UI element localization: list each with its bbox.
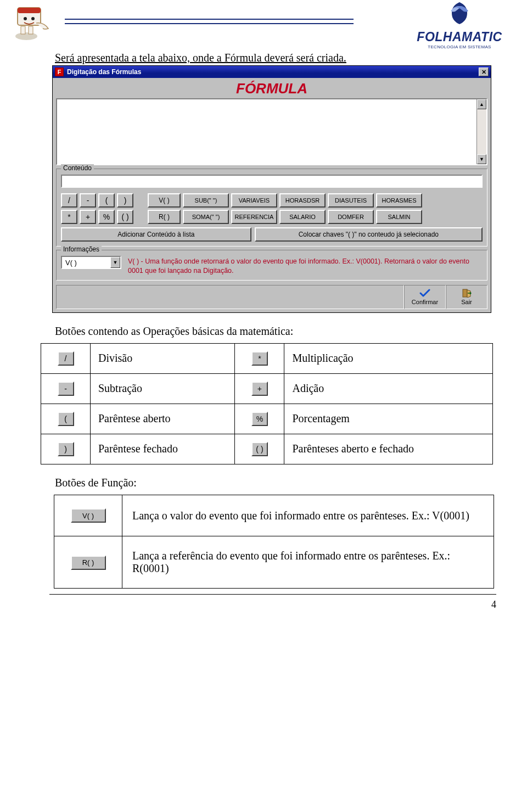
fn-sub-button[interactable]: SUB(" ") <box>183 193 229 208</box>
explain-paren-close-label: Parêntese fechado <box>91 434 235 464</box>
scroll-track[interactable] <box>477 109 486 154</box>
explain-r-desc: Lança a referência do evento que foi inf… <box>122 536 494 589</box>
conteudo-label: Conteúdo <box>61 164 94 172</box>
fn-horasdsr-button[interactable]: HORASDSR <box>279 193 326 208</box>
explain-minus-label: Subtração <box>91 373 235 404</box>
op-minus-button[interactable]: - <box>80 193 96 208</box>
check-icon <box>419 288 430 298</box>
scroll-up-icon[interactable]: ▲ <box>477 99 486 109</box>
colocar-chaves-button[interactable]: Colocar chaves "( )" no conteudo já sele… <box>255 227 483 242</box>
explain-minus-icon: - <box>58 382 74 396</box>
op-percent-button[interactable]: % <box>98 210 115 224</box>
fn-referencia-button[interactable]: REFERENCIA <box>231 210 277 224</box>
explain-parens-both-icon: ( ) <box>251 442 268 456</box>
explain-plus-icon: + <box>251 382 268 396</box>
svg-rect-1 <box>18 8 41 13</box>
svg-rect-7 <box>463 289 467 297</box>
explain-parens-both-label: Parênteses aberto e fechado <box>284 434 493 464</box>
header-rules <box>65 19 354 26</box>
close-icon[interactable]: ✕ <box>479 68 489 76</box>
confirm-button[interactable]: Confirmar <box>404 285 446 309</box>
op-parens-button[interactable]: ( ) <box>117 210 133 224</box>
svg-rect-5 <box>21 26 25 34</box>
explain-divide-label: Divisão <box>91 343 235 373</box>
intro-text: Será apresentada a tela abaixo, onde a F… <box>55 52 527 64</box>
scroll-down-icon[interactable]: ▼ <box>477 154 486 164</box>
app-icon: F <box>55 68 64 76</box>
svg-rect-6 <box>29 26 33 34</box>
informacoes-label: Informações <box>61 245 102 253</box>
fn-variaveis-button[interactable]: VARIAVEIS <box>231 193 277 208</box>
formula-dialog: F Digitação das Fórmulas ✕ FÓRMULA ▲ ▼ C… <box>52 65 491 313</box>
op-paren-open-button[interactable]: ( <box>98 193 115 208</box>
explain-v-desc: Lança o valor do evento que foi informad… <box>122 495 494 536</box>
op-divide-button[interactable]: / <box>61 193 77 208</box>
formula-header: FÓRMULA <box>53 78 491 97</box>
fn-table: V( ) Lança o valor do evento que foi inf… <box>54 495 494 589</box>
explain-mult-label: Multiplicação <box>284 343 493 373</box>
explain-paren-open-label: Parêntese aberto <box>91 404 235 434</box>
explain-v-button-icon: V( ) <box>71 508 106 523</box>
chevron-down-icon[interactable]: ▼ <box>110 257 120 268</box>
page-number: 4 <box>0 595 527 611</box>
brand-name: FOLHAMATIC <box>407 30 512 44</box>
explain-paren-open-icon: ( <box>58 412 74 426</box>
explain-r-button-icon: R( ) <box>71 556 106 570</box>
mascot-icon <box>11 4 54 43</box>
svg-point-4 <box>15 32 37 40</box>
exit-icon <box>461 288 472 298</box>
exit-button[interactable]: Sair <box>446 285 487 309</box>
dialog-footer: Confirmar Sair <box>53 283 491 312</box>
titlebar: F Digitação das Fórmulas ✕ <box>53 66 491 78</box>
brand-logo-icon <box>407 1 512 31</box>
exit-label: Sair <box>461 299 472 305</box>
confirm-label: Confirmar <box>412 299 438 305</box>
svg-point-2 <box>24 17 27 20</box>
fn-salario-button[interactable]: SALARIO <box>279 210 326 224</box>
page-header: FOLHAMATIC TECNOLOGIA EM SISTEMAS <box>0 0 527 49</box>
fn-r-button[interactable]: R( ) <box>148 210 181 224</box>
fn-soma-button[interactable]: SOMA(" ") <box>183 210 229 224</box>
formula-list[interactable]: ▲ ▼ <box>56 98 487 165</box>
explain-divide-icon: / <box>58 351 74 366</box>
informacoes-group: Informações V( ) ▼ V( ) - Uma função ond… <box>56 250 487 281</box>
svg-point-3 <box>31 17 35 20</box>
op-paren-close-button[interactable]: ) <box>117 193 133 208</box>
explain-mult-icon: * <box>251 351 268 366</box>
op-plus-button[interactable]: + <box>80 210 96 224</box>
explain-plus-label: Adição <box>284 373 493 404</box>
op-mult-button[interactable]: * <box>61 210 77 224</box>
ops-table: / Divisão * Multiplicação - Subtração + … <box>41 343 493 464</box>
brand-subtitle: TECNOLOGIA EM SISTEMAS <box>407 44 512 49</box>
add-conteudo-button[interactable]: Adicionar Conteúdo à lista <box>61 227 251 242</box>
ops-header: Botões contendo as Operações básicas da … <box>55 325 527 338</box>
window-title: Digitação das Fórmulas <box>67 68 479 76</box>
scrollbar[interactable]: ▲ ▼ <box>476 99 486 164</box>
conteudo-input[interactable] <box>61 175 483 188</box>
explain-paren-close-icon: ) <box>58 442 74 456</box>
fn-v-button[interactable]: V( ) <box>148 193 181 208</box>
fn-diasuteis-button[interactable]: DIASUTEIS <box>328 193 374 208</box>
explain-percent-icon: % <box>251 412 268 426</box>
conteudo-group: Conteúdo / - ( ) V( ) SUB(" ") VARIAVEIS… <box>56 169 487 247</box>
brand-block: FOLHAMATIC TECNOLOGIA EM SISTEMAS <box>407 1 512 49</box>
info-dropdown-value: V( ) <box>62 259 110 267</box>
info-text: V( ) - Uma função onde retornará o valor… <box>128 256 483 276</box>
explain-percent-label: Porcentagem <box>284 404 493 434</box>
fn-header: Botões de Função: <box>55 477 527 489</box>
info-dropdown[interactable]: V( ) ▼ <box>61 256 121 269</box>
fn-domfer-button[interactable]: DOMFER <box>328 210 374 224</box>
footer-spacer <box>56 285 404 309</box>
fn-salmin-button[interactable]: SALMIN <box>376 210 422 224</box>
fn-horasmes-button[interactable]: HORASMES <box>376 193 422 208</box>
